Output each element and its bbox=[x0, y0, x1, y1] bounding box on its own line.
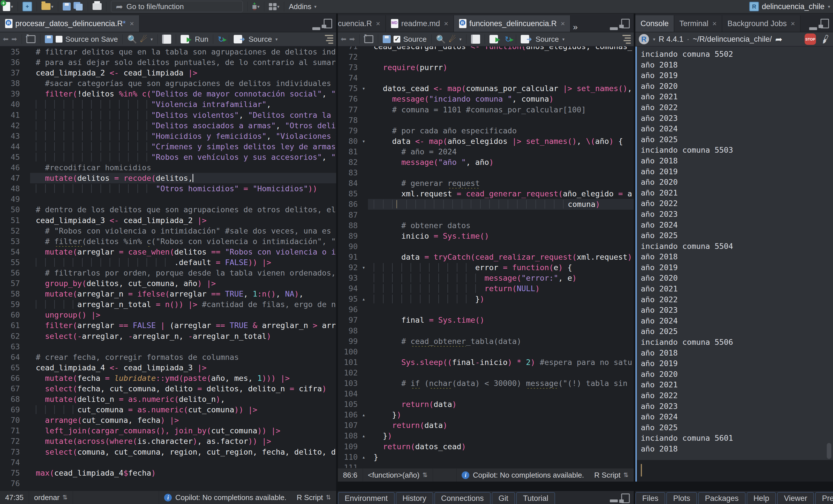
save-icon[interactable] bbox=[45, 35, 53, 43]
tab-delincuencia[interactable]: elincuencia.R × bbox=[338, 15, 386, 32]
run-icon[interactable] bbox=[490, 35, 498, 44]
file-type-selector[interactable]: R Script⇅ bbox=[589, 469, 634, 482]
scope-selector[interactable]: ordenar⇅ bbox=[29, 491, 73, 504]
popout-icon[interactable] bbox=[26, 35, 35, 43]
source-on-save-checkbox[interactable] bbox=[56, 36, 63, 43]
code-line: 86 comuna) bbox=[338, 199, 634, 209]
save-all-icon bbox=[74, 2, 83, 11]
code-line: 55 .default = FALSE)) |> bbox=[0, 257, 336, 268]
console-output[interactable]: inciando comuna 5502año 2018año 2019año … bbox=[635, 47, 833, 460]
stop-icon[interactable]: STOP bbox=[805, 33, 816, 45]
close-icon[interactable]: × bbox=[791, 19, 795, 28]
console-scrollbar[interactable] bbox=[827, 443, 831, 459]
tab-funciones[interactable]: R funciones_delincuencia.R × bbox=[454, 15, 571, 32]
tab-packages[interactable]: Packages bbox=[698, 492, 745, 504]
maximize-pane-icon[interactable] bbox=[820, 19, 829, 28]
tab-background-jobs[interactable]: Background Jobs× bbox=[722, 15, 801, 32]
back-icon[interactable]: ⬅ bbox=[341, 35, 347, 43]
tab-environment[interactable]: Environment bbox=[338, 492, 395, 504]
divider bbox=[58, 2, 58, 11]
compile-report-icon[interactable] bbox=[162, 34, 171, 44]
middle-code-editor[interactable]: 71cead_descargar_datos <- function(años_… bbox=[338, 47, 634, 468]
compile-report-icon[interactable] bbox=[471, 34, 480, 44]
close-icon[interactable]: × bbox=[376, 19, 380, 28]
close-icon[interactable]: × bbox=[130, 19, 134, 28]
chevron-down-icon[interactable]: ▾ bbox=[277, 4, 279, 9]
chevron-down-icon[interactable]: ▾ bbox=[276, 36, 278, 42]
minimize-pane-icon[interactable] bbox=[312, 27, 320, 30]
tab-plots[interactable]: Plots bbox=[666, 492, 697, 504]
restore-pane-icon[interactable] bbox=[610, 500, 618, 502]
clear-console-broom-icon[interactable]: 🖌 bbox=[820, 33, 831, 45]
tab-console[interactable]: Console bbox=[635, 15, 674, 32]
close-icon[interactable]: × bbox=[712, 19, 717, 28]
project-selector[interactable]: R delincuencia_chile ▾ bbox=[749, 2, 830, 11]
tab-readme[interactable]: MD readme.md × bbox=[386, 15, 454, 32]
search-icon[interactable]: 🔍 bbox=[127, 34, 137, 44]
tab-help[interactable]: Help bbox=[747, 492, 776, 504]
goto-file-search[interactable]: ➦ Go to file/function bbox=[111, 1, 243, 12]
more-tabs-icon[interactable]: » bbox=[573, 22, 578, 32]
print-button[interactable] bbox=[93, 1, 102, 12]
addins-menu[interactable]: Addins ▾ bbox=[289, 2, 316, 11]
maximize-pane-icon[interactable] bbox=[324, 19, 332, 28]
forward-icon[interactable]: ➡ bbox=[11, 35, 17, 43]
forward-icon[interactable]: ➡ bbox=[349, 35, 355, 43]
run-label[interactable]: Run bbox=[195, 35, 208, 44]
file-type-selector[interactable]: R Script⇅ bbox=[291, 491, 336, 504]
rerun-icon[interactable]: ↻ bbox=[218, 34, 224, 44]
save-all-button[interactable] bbox=[74, 1, 83, 12]
source-on-save-checkbox[interactable]: ✓ bbox=[394, 36, 400, 43]
popout-icon[interactable] bbox=[364, 35, 373, 43]
tab-files[interactable]: Files bbox=[635, 492, 665, 504]
save-icon[interactable] bbox=[383, 35, 391, 43]
tab-presentation[interactable]: Presentation bbox=[815, 492, 833, 504]
code-tools-wand-icon[interactable]: ☄ bbox=[140, 34, 147, 44]
left-code-editor[interactable]: 35# filtrar delitos que en la tabla son … bbox=[0, 47, 336, 490]
code-tools-wand-icon[interactable]: ☄ bbox=[449, 34, 456, 44]
open-wd-arrow-icon[interactable]: ➦ bbox=[776, 34, 783, 44]
run-icon[interactable] bbox=[181, 35, 189, 44]
chevron-down-icon[interactable]: ▾ bbox=[150, 36, 153, 42]
scope-selector[interactable]: <function>(año)⇅ bbox=[363, 469, 433, 482]
code-line: 71cead_descargar_datos <- function(años_… bbox=[338, 47, 634, 52]
document-outline-icon[interactable] bbox=[622, 35, 631, 44]
search-icon[interactable]: 🔍 bbox=[436, 34, 446, 44]
version-control-button[interactable]: +▦− ▾ bbox=[252, 1, 260, 12]
console-input[interactable] bbox=[635, 460, 833, 482]
open-file-button[interactable]: ▾ bbox=[42, 1, 53, 12]
chevron-down-icon[interactable]: ▾ bbox=[257, 4, 260, 9]
tab-history[interactable]: History bbox=[396, 492, 433, 504]
tab-git[interactable]: Git bbox=[492, 492, 515, 504]
code-line: 61 filter(arreglar == FALSE | (arreglar … bbox=[0, 320, 336, 331]
tab-connections[interactable]: Connections bbox=[434, 492, 491, 504]
close-icon[interactable]: × bbox=[561, 19, 565, 28]
new-project-button[interactable]: + bbox=[22, 1, 32, 12]
save-button[interactable] bbox=[63, 1, 71, 12]
tab-procesar-datos[interactable]: R procesar_datos_delincuencia.R* × bbox=[0, 15, 140, 32]
minimize-pane-icon[interactable] bbox=[809, 27, 817, 30]
maximize-pane-icon[interactable] bbox=[621, 494, 630, 503]
source-label[interactable]: Source bbox=[248, 35, 272, 44]
chevron-down-icon[interactable]: ▾ bbox=[51, 4, 53, 9]
tab-terminal[interactable]: Terminal× bbox=[674, 15, 722, 32]
source-label[interactable]: Source bbox=[536, 35, 559, 44]
back-icon[interactable]: ⬅ bbox=[3, 35, 8, 43]
code-line: 100 bbox=[338, 347, 634, 357]
chevron-down-icon[interactable]: ▾ bbox=[11, 4, 13, 9]
rerun-icon[interactable]: ↻ bbox=[505, 34, 511, 44]
workspace-panes-button[interactable]: ▾ bbox=[269, 1, 279, 12]
new-file-button[interactable]: +▾ bbox=[3, 1, 13, 12]
source-icon[interactable] bbox=[521, 35, 529, 44]
maximize-pane-icon[interactable] bbox=[621, 19, 630, 28]
tab-tutorial[interactable]: Tutorial bbox=[516, 492, 555, 504]
document-outline-icon[interactable] bbox=[325, 35, 333, 44]
minimize-pane-icon[interactable] bbox=[610, 27, 618, 30]
code-line: 63 bbox=[0, 342, 336, 352]
chevron-down-icon[interactable]: ▾ bbox=[563, 36, 565, 42]
source-icon[interactable] bbox=[234, 35, 242, 44]
tab-viewer[interactable]: Viewer bbox=[777, 492, 814, 504]
chevron-down-icon[interactable]: ▾ bbox=[459, 36, 462, 42]
chevron-down-icon[interactable]: ▾ bbox=[653, 36, 655, 42]
close-icon[interactable]: × bbox=[444, 19, 448, 28]
